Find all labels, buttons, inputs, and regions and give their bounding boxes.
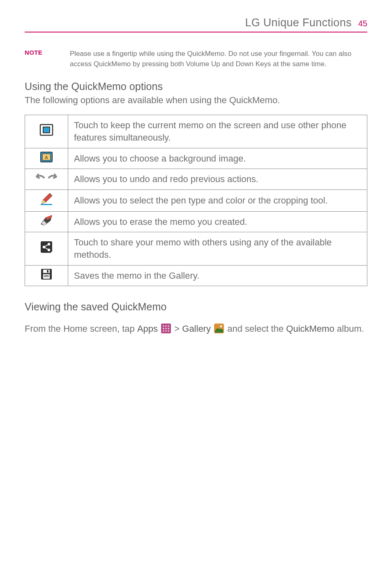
text-fragment: > xyxy=(174,324,182,334)
svg-rect-21 xyxy=(47,270,48,273)
icon-cell: A xyxy=(25,148,68,169)
table-row: Allows you to select the pen type and co… xyxy=(25,190,367,212)
option-desc: Saves the memo in the Gallery. xyxy=(68,265,367,286)
svg-point-34 xyxy=(168,331,169,332)
table-row: Allows you to undo and redo previous act… xyxy=(25,169,367,190)
table-row: Touch to share your memo with others usi… xyxy=(25,232,367,265)
option-desc: Allows you to erase the memo you created… xyxy=(68,211,367,232)
text-fragment: From the Home screen, tap xyxy=(25,324,137,334)
view-steps: From the Home screen, tap Apps > Gallery… xyxy=(25,322,367,337)
svg-point-29 xyxy=(163,328,164,329)
overlay-window-icon xyxy=(39,124,53,139)
background-image-icon: A xyxy=(40,152,53,166)
icon-cell xyxy=(25,265,68,286)
option-desc: Allows you to choose a background image. xyxy=(68,148,367,169)
options-intro: The following options are available when… xyxy=(25,95,367,106)
svg-point-33 xyxy=(166,331,167,332)
note-label: NOTE xyxy=(25,49,70,69)
svg-point-36 xyxy=(220,326,222,328)
svg-point-32 xyxy=(163,331,164,332)
options-heading: Using the QuickMemo options xyxy=(25,81,367,92)
option-desc: Allows you to select the pen type and co… xyxy=(68,190,367,212)
icon-cell xyxy=(25,115,68,148)
album-name: QuickMemo xyxy=(286,324,334,334)
svg-text:A: A xyxy=(45,155,48,160)
page-header: LG Unique Functions 45 xyxy=(25,16,367,32)
page-number: 45 xyxy=(358,19,367,28)
text-fragment: and select the xyxy=(227,324,286,334)
table-row: Allows you to erase the memo you created… xyxy=(25,211,367,232)
text-fragment: album. xyxy=(334,324,364,334)
view-heading: Viewing the saved QuickMemo xyxy=(25,301,367,313)
svg-rect-20 xyxy=(43,270,50,273)
option-desc: Touch to keep the current memo on the sc… xyxy=(68,115,367,148)
table-row: Touch to keep the current memo on the sc… xyxy=(25,115,367,148)
save-icon xyxy=(41,268,52,283)
svg-point-30 xyxy=(166,328,167,329)
icon-cell xyxy=(25,232,68,265)
svg-point-28 xyxy=(168,326,169,327)
eraser-icon xyxy=(40,214,53,230)
apps-label: Apps xyxy=(137,324,158,334)
icon-cell xyxy=(25,211,68,232)
svg-point-31 xyxy=(168,328,169,329)
option-desc: Allows you to undo and redo previous act… xyxy=(68,169,367,190)
note-text: Please use a fingertip while using the Q… xyxy=(70,49,367,69)
options-table: Touch to keep the current memo on the sc… xyxy=(25,115,367,286)
share-icon xyxy=(40,241,53,257)
table-row: Saves the memo in the Gallery. xyxy=(25,265,367,286)
icon-cell xyxy=(25,190,68,212)
undo-redo-icon xyxy=(34,173,59,186)
option-desc: Touch to share your memo with others usi… xyxy=(68,232,367,265)
svg-rect-7 xyxy=(41,204,52,205)
header-title: LG Unique Functions xyxy=(245,16,351,29)
pen-icon xyxy=(40,192,53,209)
svg-point-27 xyxy=(166,326,167,327)
gallery-label: Gallery xyxy=(182,324,211,334)
note-block: NOTE Please use a fingertip while using … xyxy=(25,49,367,69)
gallery-icon xyxy=(214,324,224,337)
svg-rect-1 xyxy=(43,127,50,133)
apps-grid-icon xyxy=(161,324,171,337)
table-row: A Allows you to choose a background imag… xyxy=(25,148,367,169)
svg-point-26 xyxy=(163,326,164,327)
icon-cell xyxy=(25,169,68,190)
document-page: LG Unique Functions 45 NOTE Please use a… xyxy=(0,0,392,363)
